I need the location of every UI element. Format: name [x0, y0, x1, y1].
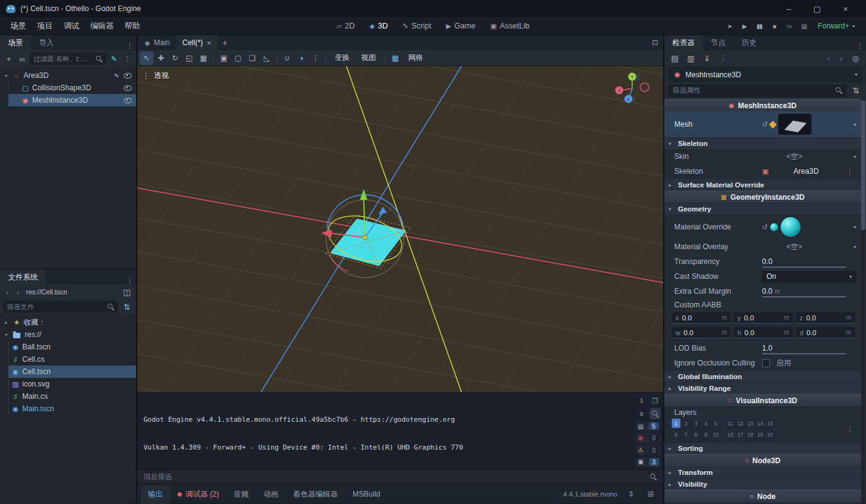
visibility-eye-icon[interactable]: [124, 98, 132, 103]
root-folder-row[interactable]: ▾ res://: [0, 328, 136, 341]
move-tool-icon[interactable]: ✚: [154, 51, 168, 65]
chevron-down-icon[interactable]: ▾: [854, 224, 856, 230]
revert-icon[interactable]: ↺: [762, 121, 768, 129]
mode-assetlib-button[interactable]: ▣ AssetLib: [484, 17, 536, 35]
favorites-row[interactable]: ▸ ★ 收藏：: [0, 316, 136, 328]
aabb-d-field[interactable]: d 0.0 m: [796, 327, 855, 339]
new-resource-icon[interactable]: ▤: [669, 52, 681, 64]
gizmo-center[interactable]: [363, 236, 367, 240]
ignore-occlusion-checkbox[interactable]: [762, 359, 770, 367]
property-transparency[interactable]: Transparency 0.0: [664, 254, 861, 269]
layer-toggle[interactable]: 11: [726, 419, 735, 428]
search-log-icon[interactable]: [650, 408, 661, 419]
transparency-value[interactable]: 0.0: [762, 257, 773, 266]
file-row[interactable]: ◉ Ball.tscn: [9, 341, 136, 353]
gizmo-neg-x[interactable]: [640, 83, 649, 92]
layer-toggle[interactable]: 4: [701, 419, 710, 428]
inspector-dock-menu-icon[interactable]: ⋮: [854, 41, 866, 50]
unlock-node-icon[interactable]: ▢: [231, 51, 245, 65]
pin-object-icon[interactable]: ◎: [849, 52, 862, 64]
tab-debugger[interactable]: 调试器 (2): [171, 485, 226, 504]
filter-editor-button[interactable]: ▣ 3: [636, 457, 661, 467]
property-material-override[interactable]: Material Override ↺ ▾: [664, 215, 861, 239]
menu-project[interactable]: 项目: [32, 21, 58, 32]
lod-bias-value[interactable]: 1.0: [762, 344, 773, 352]
property-mesh[interactable]: Mesh ↺ ▾: [664, 111, 861, 137]
scrollbar-thumb[interactable]: [861, 100, 865, 230]
layer-toggle[interactable]: 13: [746, 419, 755, 428]
revert-icon[interactable]: ↺: [762, 223, 768, 231]
close-tab-icon[interactable]: ×: [207, 39, 212, 47]
section-global-illumination[interactable]: ▸ Global Illumination: [664, 371, 861, 382]
aabb-z-field[interactable]: z 0.0 m: [796, 312, 855, 324]
property-skeleton[interactable]: Skeleton ▣ Area3D ⋮: [664, 164, 861, 179]
remote-debug-icon[interactable]: ▭: [782, 23, 796, 30]
rotate-tool-icon[interactable]: ↻: [168, 51, 182, 65]
scene-tab-cell[interactable]: Cell(*) ×: [176, 35, 218, 50]
mesh-menu[interactable]: 网格: [403, 53, 429, 63]
preview-environment-icon[interactable]: ◑: [294, 51, 308, 65]
property-skin[interactable]: Skin <空> ▾: [664, 149, 861, 164]
extra-cull-value[interactable]: 0.0: [762, 287, 773, 296]
filter-errors-button[interactable]: ⊗ 0: [636, 433, 661, 443]
aabb-w-field[interactable]: w 0.0 m: [672, 327, 731, 339]
section-surface-material-override[interactable]: ▸ Surface Material Override: [664, 179, 861, 190]
skeleton-options-icon[interactable]: ⋮: [844, 167, 856, 176]
tab-animation[interactable]: 动画: [257, 485, 285, 504]
layer-toggle[interactable]: 1: [672, 419, 680, 428]
layer-toggle[interactable]: 10: [711, 430, 720, 439]
split-dock-icon[interactable]: ◫: [121, 286, 133, 298]
save-resource-icon[interactable]: ⇓: [701, 52, 713, 64]
section-process[interactable]: ▸ Process: [664, 503, 861, 503]
layer-toggle[interactable]: 5: [711, 419, 720, 428]
nav-back-icon[interactable]: ‹: [3, 288, 12, 297]
ruler-tool-icon[interactable]: ◺: [260, 51, 273, 65]
layer-toggle[interactable]: 18: [746, 430, 755, 439]
transform-menu[interactable]: 变换: [329, 53, 355, 63]
copy-log-icon[interactable]: ❐: [650, 395, 661, 406]
load-resource-icon[interactable]: ▥: [685, 52, 697, 64]
scene-tree-menu-icon[interactable]: ⋮: [121, 54, 134, 63]
expand-bottom-panel-icon[interactable]: ⇕: [625, 490, 637, 498]
menu-editor[interactable]: 编辑器: [85, 21, 119, 32]
layer-toggle[interactable]: 7: [682, 430, 690, 439]
file-row[interactable]: ◉ Main.tscn: [9, 403, 136, 415]
mode-3d-button[interactable]: ◈ 3D: [362, 17, 394, 35]
expand-icon[interactable]: ▸: [2, 320, 10, 325]
movie-maker-icon[interactable]: ▤: [797, 23, 811, 30]
orientation-gizmo[interactable]: Y X Z: [610, 70, 653, 107]
tab-msbuild[interactable]: MSBuild: [346, 485, 387, 504]
cast-shadow-dropdown[interactable]: On ▾: [762, 271, 856, 283]
attach-script-icon[interactable]: ✎: [108, 53, 120, 65]
group-node-icon[interactable]: ❑: [246, 51, 259, 65]
perspective-label[interactable]: 透视: [154, 70, 169, 81]
property-material-overlay[interactable]: Material Overlay <空> ▾: [664, 239, 861, 254]
move-arrow-z-head[interactable]: [379, 207, 387, 215]
section-sorting[interactable]: ▸ Sorting: [664, 443, 861, 454]
property-cast-shadow[interactable]: Cast Shadow On ▾: [664, 269, 861, 284]
layer-toggle[interactable]: 8: [692, 430, 700, 439]
tab-inspector[interactable]: 检查器: [664, 35, 703, 50]
panel-layout-icon[interactable]: ⊞: [645, 490, 657, 498]
sort-files-icon[interactable]: ⇅: [121, 301, 133, 313]
filesystem-menu-icon[interactable]: ⋮: [124, 276, 136, 284]
filter-messages-button[interactable]: ▤ 5: [636, 421, 661, 431]
scene-tab-main[interactable]: ◉ Main: [139, 35, 176, 50]
skin-value[interactable]: <空>: [786, 152, 802, 162]
material-preview[interactable]: [781, 217, 800, 237]
history-forward-icon[interactable]: ›: [837, 54, 846, 63]
property-name-style-icon[interactable]: ⇅: [850, 85, 862, 97]
add-node-button[interactable]: +: [2, 53, 15, 65]
file-row[interactable]: ▨ icon.svg: [9, 378, 136, 390]
scale-tool-icon[interactable]: ◱: [182, 51, 196, 65]
minimize-button[interactable]: –: [774, 4, 803, 14]
tab-audio[interactable]: 音频: [227, 485, 255, 504]
scene-dock-menu-icon[interactable]: ⋮: [124, 41, 136, 50]
property-ignore-occlusion-culling[interactable]: Ignore Occlusion Culling 启用: [664, 356, 861, 370]
material-overlay-value[interactable]: <空>: [786, 242, 802, 252]
layer-toggle[interactable]: 19: [756, 430, 765, 439]
layer-toggle[interactable]: 20: [766, 430, 774, 439]
tab-import[interactable]: 导入: [31, 35, 62, 50]
maximize-button[interactable]: ▢: [803, 4, 831, 14]
history-back-icon[interactable]: ‹: [825, 54, 833, 63]
